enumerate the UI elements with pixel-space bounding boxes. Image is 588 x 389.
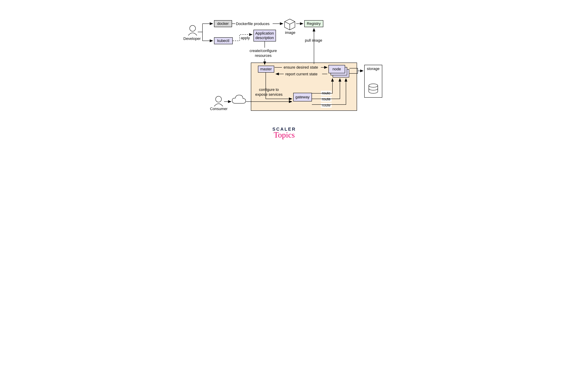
docker-box: docker (214, 20, 232, 27)
node-box: node (328, 65, 345, 73)
cube-icon (285, 19, 295, 30)
kubectl-box: kubectl (214, 37, 233, 44)
scaler-logo: SCALER Topics (273, 127, 296, 138)
route-label-2: route (321, 97, 332, 102)
master-box: master (258, 66, 274, 73)
gateway-box: gateway (293, 93, 312, 101)
developer-label: Developer (183, 36, 201, 41)
create-configure-label: create/configure resources (250, 48, 277, 58)
image-label: image (285, 30, 295, 35)
report-current-label: report current state (285, 72, 318, 77)
pull-image-label: pull image (305, 38, 322, 43)
cloud-icon (232, 95, 246, 103)
apply-label: apply (241, 35, 250, 40)
app-desc-box: Application description (253, 30, 276, 41)
storage-box: storage (364, 65, 382, 98)
configure-expose-label: configure to expose services (255, 87, 283, 97)
registry-box: Registry (304, 20, 323, 27)
consumer-label: Consumer (210, 106, 228, 111)
route-label-1: route (321, 91, 332, 96)
ensure-desired-label: ensure desired state (284, 65, 318, 70)
svg-point-1 (216, 96, 221, 102)
consumer-icon (214, 96, 223, 106)
topics-text: Topics (273, 132, 296, 138)
route-label-3: route (321, 103, 332, 108)
dockerfile-produces-label: Dockerfile produces (236, 21, 270, 26)
developer-icon (188, 25, 197, 35)
svg-point-0 (190, 25, 196, 31)
